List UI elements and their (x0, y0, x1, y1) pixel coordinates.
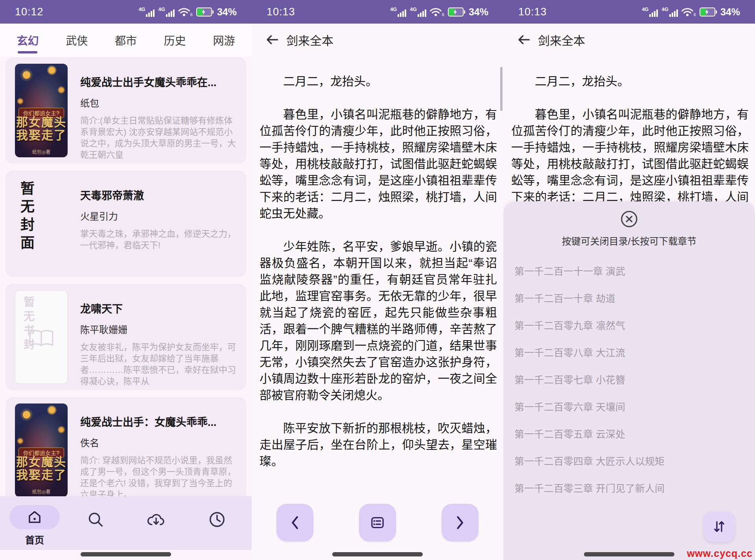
book-cover: 你们都追女主?那女魔头我娶走了纸包◎著 (15, 64, 68, 157)
book-description: 掌天毒之珠，承邪神之血，修逆天之力，一代邪神，君临天下! (80, 228, 239, 251)
signal-4g-icon: 4G (138, 7, 155, 17)
battery-icon (700, 7, 717, 17)
nav-item-downloads[interactable] (127, 496, 185, 529)
chapter-item[interactable]: 第一千二百零九章 凛然气 (514, 311, 747, 338)
book-title: 龙啸天下 (80, 300, 239, 316)
status-time: 10:13 (518, 6, 547, 18)
chapter-list-button[interactable] (359, 504, 396, 542)
watermark: www.cycq.cc (687, 548, 753, 559)
reader-paragraph: 暮色里，小镇名叫泥瓶巷的僻静地方，有位孤苦伶仃的清瘦少年，此时他正按照习俗，一手… (511, 106, 749, 202)
tab-category[interactable]: 都市 (108, 24, 144, 57)
battery-icon (196, 7, 214, 17)
chapter-item[interactable]: 第一千二百一十一章 演武 (514, 257, 747, 284)
book-card[interactable]: 你们都追女主?那女魔头我娶走了纸包◎著纯爱战士出手：女魔头乖乖...佚名简介: … (6, 397, 246, 503)
nav-item-search[interactable] (66, 496, 125, 529)
active-tab-underline (18, 51, 37, 53)
chapter-list-icon (370, 515, 385, 531)
status-icons: 4G 4G 6 34% (642, 6, 740, 18)
battery-percent: 34% (469, 6, 488, 18)
chapter-item[interactable]: 第一千二百零七章 小花簪 (514, 365, 747, 392)
wifi-icon: 6 (430, 7, 444, 17)
wifi-band-label: 6 (190, 13, 193, 17)
tab-category[interactable]: 网游 (206, 24, 242, 57)
status-time: 10:12 (15, 6, 44, 18)
book-description: 女友被非礼，陈平为保护女友而坐牢，可三年后出狱，女友却嫁给了当年施暴者…………陈… (80, 341, 239, 387)
book-card[interactable]: 暂无书封龙啸天下陈平耿姗姗女友被非礼，陈平为保护女友而坐牢，可三年后出狱，女友却… (6, 284, 246, 390)
book-list: 你们都追女主?那女魔头我娶走了纸包◎著纯爱战士出手女魔头乖乖在...纸包简介:(… (0, 57, 252, 560)
signal-4g-icon: 4G (390, 7, 406, 17)
wifi-icon: 6 (178, 7, 193, 17)
nav-item-history[interactable] (188, 496, 246, 529)
reader-header: 剑来全本 (252, 24, 503, 56)
home-icon (26, 509, 43, 525)
chapter-item[interactable]: 第一千二百零五章 云深处 (514, 420, 747, 447)
reader-paragraph: 陈平安放下新折的那根桃枝，吹灭蜡烛，走出屋子后，坐在台阶上，仰头望去，星空璀璨。 (260, 420, 497, 470)
tab-category[interactable]: 武侠 (59, 24, 94, 57)
back-arrow-icon (517, 33, 531, 47)
wifi-band-label: 6 (694, 13, 696, 17)
chapter-item[interactable]: 第一千二百零八章 大江流 (514, 338, 747, 365)
gesture-bar[interactable] (584, 552, 674, 556)
sort-order-button[interactable] (704, 511, 735, 542)
book-cover: 暂无封面 (15, 177, 68, 271)
book-info: 龙啸天下陈平耿姗姗女友被非礼，陈平为保护女友而坐牢，可三年后出狱，女友却嫁给了当… (80, 290, 239, 384)
next-page-button[interactable] (442, 504, 479, 542)
prev-page-button[interactable] (276, 504, 313, 542)
chapter-list: 第一千二百一十一章 演武第一千二百一十章 劫道第一千二百零九章 凛然气第一千二百… (503, 257, 755, 501)
reader-toc-screen: 10:13 4G 4G 6 34% 剑来全本 二月二 (503, 0, 755, 560)
cover-title-line: 那女魔头 (15, 116, 68, 129)
chapter-item[interactable]: 第一千二百零四章 大匠示人以规矩 (514, 447, 747, 474)
cover-title-line: 那女魔头 (15, 455, 68, 468)
nav-home-label: 首页 (25, 532, 44, 546)
book-title: 纯爱战士出手女魔头乖乖在... (80, 74, 239, 89)
chapter-item[interactable]: 第一千二百零六章 天壤间 (514, 392, 747, 420)
book-info: 纯爱战士出手女魔头乖乖在...纸包简介:(单女主日常贴贴保证糖够有修炼体系背景宏… (80, 64, 239, 157)
chapter-item[interactable]: 第一千二百一十章 劫道 (514, 284, 747, 311)
book-cover: 你们都追女主?那女魔头我娶走了纸包◎著 (15, 403, 68, 497)
signal-4g-icon: 4G (158, 7, 174, 17)
nav-item-home[interactable]: 首页 (6, 496, 64, 546)
chapter-item[interactable]: 第一千二百零三章 开门见了新人间 (514, 474, 747, 501)
wifi-band-label: 6 (442, 13, 444, 17)
back-button[interactable] (515, 31, 532, 48)
category-tabs: 玄幻武侠都市历史网游 (0, 24, 252, 57)
book-author: 纸包 (80, 96, 239, 109)
tab-category[interactable]: 玄幻 (10, 24, 45, 57)
cover-byline-text: 纸包◎著 (15, 148, 68, 155)
tab-label: 玄幻 (17, 32, 39, 48)
status-bar: 10:13 4G 4G 6 34% (503, 0, 755, 24)
book-title: 纯爱战士出手：女魔头乖乖... (80, 414, 239, 429)
reader-paragraph: 二月二，龙抬头。 (260, 73, 497, 90)
home-pill (9, 505, 60, 529)
cloud-download-icon (147, 510, 166, 529)
reader-paragraph: 暮色里，小镇名叫泥瓶巷的僻静地方，有位孤苦伶仃的清瘦少年，此时他正按照习俗，一手… (260, 106, 497, 222)
reader-header: 剑来全本 (503, 24, 755, 56)
back-button[interactable] (263, 31, 281, 48)
chevron-right-icon (453, 515, 467, 531)
battery-percent: 34% (720, 6, 740, 18)
status-bar: 10:13 4G 4G 6 34% (252, 0, 503, 24)
cover-byline-text: 纸包◎著 (15, 488, 68, 495)
gesture-bar[interactable] (81, 552, 171, 556)
reading-text: 二月二，龙抬头。暮色里，小镇名叫泥瓶巷的僻静地方，有位孤苦伶仃的清瘦少年，此时他… (511, 73, 749, 202)
book-card[interactable]: 暂无封面天毒邪帝萧澈火星引力掌天毒之珠，承邪神之血，修逆天之力，一代邪神，君临天… (6, 171, 246, 277)
signal-4g-icon: 4G (410, 7, 426, 17)
reading-text: 二月二，龙抬头。暮色里，小镇名叫泥瓶巷的僻静地方，有位孤苦伶仃的清瘦少年，此时他… (260, 73, 497, 486)
close-sheet-button[interactable] (503, 201, 755, 228)
book-author: 佚名 (80, 435, 239, 449)
search-icon (87, 510, 105, 529)
tab-label: 历史 (164, 32, 186, 48)
bottom-nav: 首页 (0, 496, 252, 550)
reader-screen: 10:13 4G 4G 6 34% 剑来全本 二月二，龙抬头。暮色 (252, 0, 503, 560)
tab-category[interactable]: 历史 (157, 24, 193, 57)
chapter-sheet: 按键可关闭目录/长按可下载章节 第一千二百一十一章 演武第一千二百一十章 劫道第… (503, 201, 755, 560)
scroll-indicator[interactable] (500, 67, 503, 111)
reading-text-clipped: 二月二，龙抬头。暮色里，小镇名叫泥瓶巷的僻静地方，有位孤苦伶仃的清瘦少年，此时他… (511, 73, 749, 202)
tab-label: 武侠 (66, 32, 88, 48)
book-card[interactable]: 你们都追女主?那女魔头我娶走了纸包◎著纯爱战士出手女魔头乖乖在...纸包简介:(… (6, 57, 246, 164)
cover-title-text: 那女魔头我娶走了 (15, 455, 68, 481)
tab-label: 网游 (213, 32, 235, 48)
cover-title-line: 我娶走了 (15, 129, 68, 142)
book-author: 火星引力 (80, 209, 239, 223)
gesture-bar[interactable] (332, 552, 423, 556)
